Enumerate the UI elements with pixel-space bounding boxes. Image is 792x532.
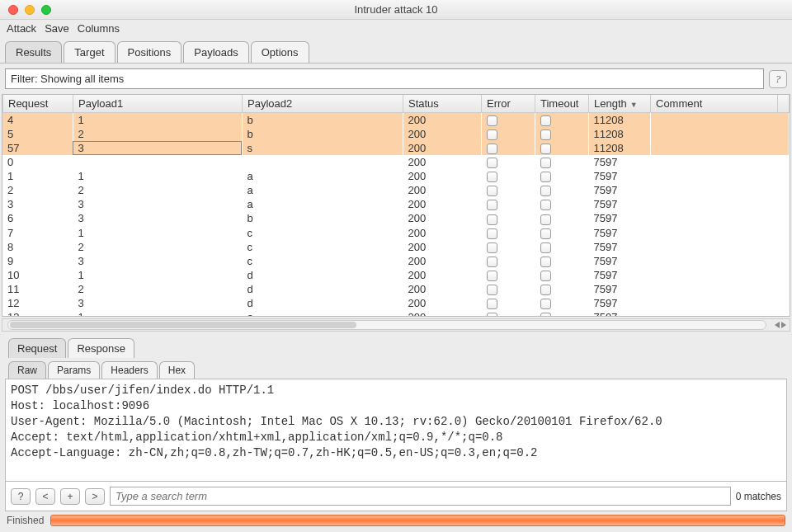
error-checkbox[interactable]: [487, 129, 497, 140]
table-row[interactable]: 123d2007597: [2, 296, 790, 310]
tab-raw[interactable]: Raw: [8, 361, 46, 379]
main-tabs: Results Target Positions Payloads Option…: [0, 36, 792, 64]
col-comment[interactable]: Comment: [651, 95, 778, 113]
scroll-left-icon[interactable]: [775, 322, 780, 328]
table-header[interactable]: Request Payload1 Payload2 Status Error T…: [3, 95, 790, 113]
tab-payloads[interactable]: Payloads: [183, 41, 248, 63]
help-button[interactable]: ?: [769, 70, 787, 88]
sort-desc-icon: ▼: [630, 101, 638, 109]
error-checkbox[interactable]: [487, 158, 497, 168]
tab-response[interactable]: Response: [68, 338, 134, 358]
tab-params[interactable]: Params: [48, 361, 100, 379]
scrollbar-thumb[interactable]: [10, 322, 356, 328]
timeout-checkbox[interactable]: [540, 214, 551, 225]
col-payload1[interactable]: Payload1: [73, 95, 243, 113]
filter-box[interactable]: Filter: Showing all items: [5, 68, 764, 89]
table-row[interactable]: 41b20011208: [2, 113, 790, 127]
filter-row: Filter: Showing all items ?: [0, 64, 792, 94]
col-request[interactable]: Request: [3, 95, 73, 113]
error-checkbox[interactable]: [487, 228, 497, 239]
table-row[interactable]: 33a2007597: [2, 197, 790, 211]
menu-attack[interactable]: Attack: [7, 22, 36, 35]
table-row[interactable]: 11a2007597: [2, 169, 790, 183]
results-table: Request Payload1 Payload2 Status Error T…: [2, 94, 790, 317]
status-label: Finished: [7, 515, 44, 526]
window-titlebar: Intruder attack 10: [0, 0, 792, 20]
col-payload2[interactable]: Payload2: [243, 95, 403, 113]
col-status[interactable]: Status: [403, 95, 482, 113]
error-checkbox[interactable]: [487, 144, 497, 154]
timeout-checkbox[interactable]: [540, 271, 551, 281]
error-checkbox[interactable]: [487, 313, 497, 316]
table-row[interactable]: 93c2007597: [2, 254, 790, 268]
tab-request[interactable]: Request: [8, 338, 66, 358]
horizontal-scrollbar[interactable]: [2, 318, 790, 332]
error-checkbox[interactable]: [487, 186, 497, 196]
table-row[interactable]: 131e2007597: [2, 310, 790, 316]
error-checkbox[interactable]: [487, 257, 497, 267]
table-row[interactable]: 101d2007597: [2, 268, 790, 282]
timeout-checkbox[interactable]: [540, 257, 551, 267]
table-row[interactable]: 82c2007597: [2, 240, 790, 254]
tab-headers[interactable]: Headers: [101, 361, 157, 379]
error-checkbox[interactable]: [487, 299, 497, 309]
timeout-checkbox[interactable]: [540, 115, 551, 126]
tab-target[interactable]: Target: [64, 41, 115, 63]
col-timeout[interactable]: Timeout: [535, 95, 589, 113]
menu-columns[interactable]: Columns: [78, 22, 120, 35]
error-checkbox[interactable]: [487, 285, 497, 295]
table-row[interactable]: 63b2007597: [2, 211, 790, 225]
tab-results[interactable]: Results: [5, 41, 62, 63]
tab-positions[interactable]: Positions: [117, 41, 182, 63]
timeout-checkbox[interactable]: [540, 158, 551, 168]
raw-request-view[interactable]: POST /bbs/user/jifen/index.do HTTP/1.1 H…: [5, 379, 787, 482]
search-prev-button[interactable]: <: [35, 488, 55, 505]
error-checkbox[interactable]: [487, 214, 497, 225]
timeout-checkbox[interactable]: [540, 129, 551, 140]
search-next-button[interactable]: >: [85, 488, 105, 505]
view-tabs: Raw Params Headers Hex: [0, 358, 792, 379]
tab-hex[interactable]: Hex: [159, 361, 195, 379]
search-row: ? < + > 0 matches: [5, 482, 787, 511]
detail-tabs: Request Response: [0, 333, 792, 358]
timeout-checkbox[interactable]: [540, 200, 551, 210]
timeout-checkbox[interactable]: [540, 285, 551, 295]
table-row[interactable]: 22a2007597: [2, 183, 790, 197]
status-bar: Finished: [0, 511, 792, 531]
timeout-checkbox[interactable]: [540, 172, 551, 182]
table-body-scroll[interactable]: 41b2001120852b20011208573s20011208020075…: [2, 113, 790, 316]
error-checkbox[interactable]: [487, 172, 497, 182]
window-title: Intruder attack 10: [0, 3, 792, 16]
timeout-checkbox[interactable]: [540, 144, 551, 154]
tab-options[interactable]: Options: [251, 41, 309, 63]
timeout-checkbox[interactable]: [540, 313, 551, 316]
col-error[interactable]: Error: [482, 95, 535, 113]
timeout-checkbox[interactable]: [540, 228, 551, 239]
error-checkbox[interactable]: [487, 271, 497, 281]
progress-bar: [50, 515, 785, 526]
table-row[interactable]: 573s20011208: [2, 141, 790, 155]
error-checkbox[interactable]: [487, 200, 497, 210]
timeout-checkbox[interactable]: [540, 299, 551, 309]
table-row[interactable]: 112d2007597: [2, 282, 790, 296]
search-input[interactable]: [110, 487, 731, 506]
error-checkbox[interactable]: [487, 242, 497, 253]
table-row[interactable]: 71c2007597: [2, 226, 790, 240]
col-length[interactable]: Length▼: [589, 95, 651, 113]
scroll-right-icon[interactable]: [781, 322, 786, 328]
timeout-checkbox[interactable]: [540, 242, 551, 253]
timeout-checkbox[interactable]: [540, 186, 551, 196]
search-help-button[interactable]: ?: [11, 488, 31, 505]
error-checkbox[interactable]: [487, 115, 497, 126]
search-add-button[interactable]: +: [60, 488, 80, 505]
menu-save[interactable]: Save: [45, 22, 69, 35]
table-row[interactable]: 52b20011208: [2, 127, 790, 141]
search-matches: 0 matches: [736, 491, 781, 502]
table-row[interactable]: 02007597: [2, 155, 790, 169]
menu-bar: Attack Save Columns: [0, 20, 792, 36]
